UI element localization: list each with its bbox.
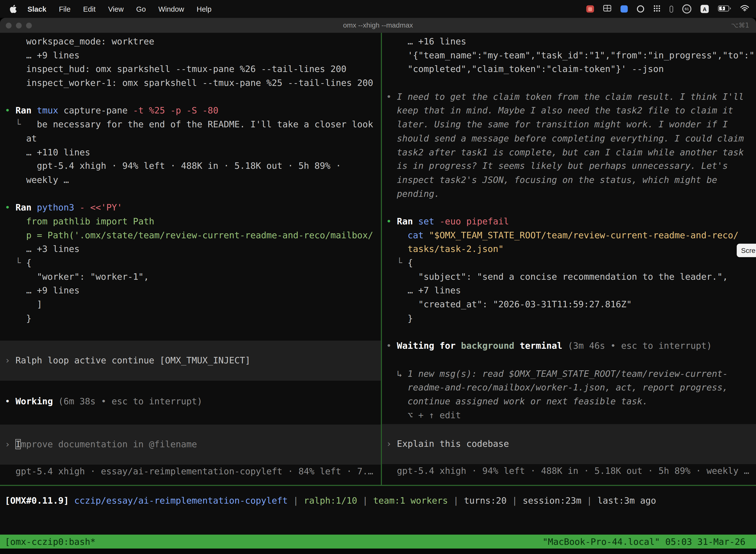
terminal-line: continue assigned work or next feasible … [382, 395, 756, 408]
battery-icon[interactable] [718, 5, 731, 13]
omx-status-line: [OMX#0.11.9] cczip/essay/ai-reimplementa… [0, 494, 756, 508]
screen-recording-icon[interactable] [586, 5, 594, 12]
wifi-icon[interactable] [740, 5, 749, 13]
terminal-line [0, 325, 381, 339]
terminal-line: p = Path('.omx/state/team/review-current… [0, 229, 381, 242]
terminal-line: inspect task2's JSON, focusing on the st… [382, 173, 756, 187]
terminal-window: omx --xhigh --madmax ⌥⌘1 workspace_mode:… [0, 18, 756, 554]
menu-bar: Slack File Edit View Go Window Help 61 A [0, 0, 756, 18]
screen-share-overlay[interactable]: Scre [737, 244, 756, 257]
window-bottom-strip [0, 549, 756, 554]
terminal-line: '{"team_name":"my-team","task_id":"1","f… [382, 49, 756, 63]
terminal-line: inspect_worker-1: omx sparkshell --tmux-… [0, 76, 381, 90]
terminal-line: ↳ 1 new msg(s): read $OMX_TEAM_STATE_ROO… [382, 367, 756, 381]
tmux-host-clock: "MacBook-Pro-44.local" 05:03 31-Mar-26 [543, 535, 745, 549]
menu-go[interactable]: Go [136, 5, 146, 13]
terminal-line: tasks/task-2.json" [382, 242, 756, 256]
menu-edit[interactable]: Edit [83, 5, 96, 13]
terminal-content: workspace_mode: worktree … +9 lines insp… [0, 33, 756, 535]
terminal-line: • Ran tmux capture-pane -t %25 -p -S -80 [0, 104, 381, 118]
left-terminal-pane[interactable]: workspace_mode: worktree … +9 lines insp… [0, 33, 381, 485]
terminal-line: gpt-5.4 xhigh · 94% left · 488K in · 5.1… [382, 464, 756, 478]
terminal-line [382, 353, 756, 367]
terminal-line: later. Using the same for transition mig… [382, 118, 756, 132]
terminal-line: cat "$OMX_TEAM_STATE_ROOT/team/review-cu… [382, 229, 756, 242]
prompt-suggestion[interactable]: › Explain this codebase [382, 424, 756, 464]
menu-file[interactable]: File [59, 5, 71, 13]
menu-view[interactable]: View [108, 5, 124, 13]
terminal-line: └ { [0, 256, 381, 270]
blue-app-icon[interactable] [621, 5, 628, 12]
terminal-line: "worker": "worker-1", [0, 270, 381, 284]
terminal-line: should send a message before completing … [382, 131, 756, 146]
terminal-line: • I need to get the claim token from the… [382, 90, 756, 104]
terminal-line: … +16 lines [382, 35, 756, 49]
omx-status-pane: [OMX#0.11.9] cczip/essay/ai-reimplementa… [0, 486, 756, 535]
terminal-line: is in progress? It seems likely but perh… [382, 159, 756, 173]
terminal-line: "created_at": "2026-03-31T11:59:27.816Z" [382, 297, 756, 312]
terminal-line: └ { [382, 256, 756, 270]
terminal-line: • Working (6m 38s • esc to interrupt) [0, 394, 381, 408]
round-app-icon[interactable] [637, 5, 644, 12]
terminal-line: … +110 lines [0, 146, 381, 159]
terminal-line [382, 325, 756, 339]
menu-help[interactable]: Help [197, 5, 211, 13]
terminal-line: … +7 lines [382, 284, 756, 298]
screen: Slack File Edit View Go Window Help 61 A [0, 0, 756, 554]
terminal-line [382, 201, 756, 215]
ralph-loop-banner[interactable]: › Ralph loop active continue [OMX_TMUX_I… [0, 341, 381, 381]
apple-menu-icon[interactable] [10, 5, 17, 13]
terminal-line [382, 76, 756, 90]
terminal-line: "completed","claim_token":"claim-token"}… [382, 62, 756, 76]
terminal-line: } [0, 312, 381, 325]
battery-gauge-icon[interactable]: 61 [682, 4, 692, 13]
terminal-line: at [0, 131, 381, 146]
tmux-session-info: [omx-cczip0:bash* [5, 535, 96, 549]
right-terminal-pane[interactable]: … +16 lines '{"team_name":"my-team","tas… [382, 33, 756, 485]
window-shortcut-hint: ⌥⌘1 [731, 18, 749, 33]
prompt-input[interactable]: › Improve documentation in @filename [0, 425, 381, 464]
terminal-line: keep that in mind. Maybe I also need the… [382, 104, 756, 118]
terminal-line [0, 381, 381, 394]
window-titlebar[interactable]: omx --xhigh --madmax ⌥⌘1 [0, 18, 756, 33]
terminal-line: gpt-5.4 xhigh · 94% left · 488K in · 5.1… [0, 159, 381, 173]
terminal-line [0, 187, 381, 201]
terminal-line [0, 90, 381, 104]
terminal-line: "subject": "send a concise recommendatio… [382, 270, 756, 284]
tmux-status-bar: [omx-cczip0:bash* "MacBook-Pro-44.local"… [0, 535, 756, 549]
window-grid-icon[interactable] [603, 5, 611, 13]
terminal-line: from pathlib import Path [0, 215, 381, 229]
terminal-line: … +9 lines [0, 284, 381, 298]
terminal-line: readme-and-reco/mailbox/worker-1.json, a… [382, 381, 756, 395]
dots-grid-icon[interactable] [653, 4, 660, 13]
menu-app-name[interactable]: Slack [27, 5, 46, 13]
terminal-line: • Ran set -euo pipefail [382, 215, 756, 229]
terminal-line: pending. [382, 187, 756, 201]
window-title: omx --xhigh --madmax [0, 18, 756, 33]
menu-status-icons: 61 A [586, 0, 756, 18]
terminal-line [0, 408, 381, 422]
terminal-line: … +9 lines [0, 49, 381, 63]
terminal-line: inspect_hud: omx sparkshell --tmux-pane … [0, 62, 381, 76]
terminal-line: ] [0, 297, 381, 312]
terminal-line: workspace_mode: worktree [0, 35, 381, 49]
terminal-line: ⌥ + ↑ edit [382, 408, 756, 423]
terminal-line: } [382, 312, 756, 325]
input-source-icon[interactable]: A [700, 5, 709, 13]
terminal-line: gpt-5.4 xhigh · essay/ai-reimplementatio… [0, 464, 381, 478]
slim-device-icon[interactable] [670, 5, 673, 12]
terminal-line: └ be necessary for the end of the README… [0, 118, 381, 132]
menu-window[interactable]: Window [159, 5, 184, 13]
terminal-line: • Waiting for background terminal (3m 46… [382, 339, 756, 353]
terminal-line: task2 after task1 is complete, but can I… [382, 146, 756, 159]
terminal-line: weekly … [0, 173, 381, 187]
terminal-line: • Ran python3 - <<'PY' [0, 201, 381, 215]
terminal-line: … +3 lines [0, 242, 381, 256]
